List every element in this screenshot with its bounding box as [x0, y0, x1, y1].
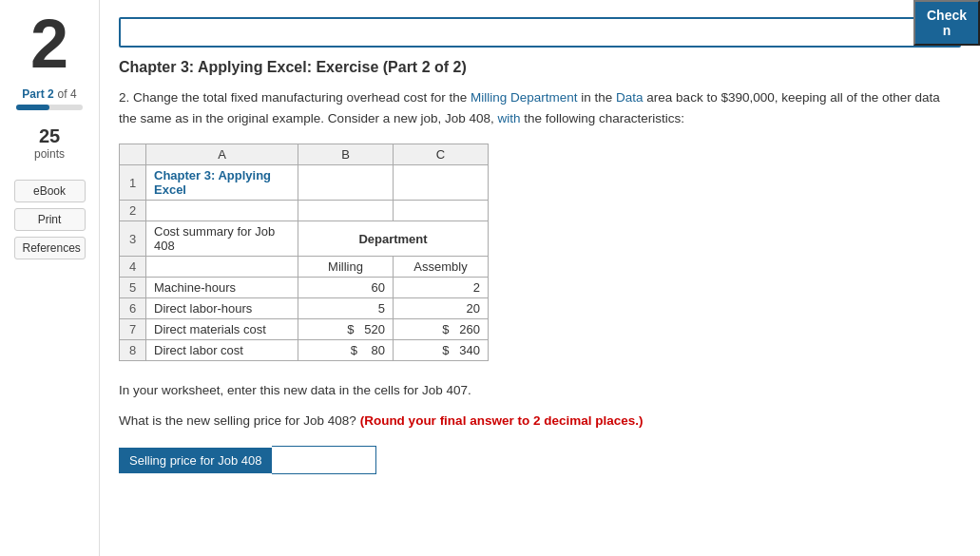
table-row: 3 Cost summary for Job 408 Department	[120, 221, 489, 257]
sidebar: 2 Part 2 of 4 25 points eBook Print Refe…	[0, 0, 100, 556]
question-number: 2	[30, 10, 68, 78]
points-label: points	[34, 147, 65, 161]
question-text: What is the new selling price for Job 40…	[119, 411, 961, 431]
row-num-6: 6	[120, 298, 146, 319]
references-button[interactable]: References	[14, 237, 86, 259]
excel-table: A B C 1 Chapter 3: Applying Excel 2	[119, 144, 489, 361]
cell-4-a	[146, 257, 298, 278]
col-header-empty	[120, 144, 146, 165]
round-instruction: (Round your final answer to 2 decimal pl…	[360, 413, 644, 428]
cell-2-c	[394, 201, 489, 221]
worksheet-note: In your worksheet, enter this new data i…	[119, 380, 961, 401]
row-num-3: 3	[120, 221, 146, 257]
answer-label: Selling price for Job 408	[119, 448, 272, 473]
cell-3-b-dept: Department	[298, 221, 489, 257]
highlight-data: Data	[616, 90, 644, 105]
cell-4-c: Assembly	[394, 257, 489, 278]
row-num-1: 1	[120, 165, 146, 201]
cell-4-b: Milling	[298, 257, 394, 278]
chapter-title: Chapter 3: Applying Excel: Exercise (Par…	[119, 59, 961, 76]
ebook-button[interactable]: eBook	[14, 180, 86, 202]
table-row: 5 Machine-hours 60 2	[120, 278, 489, 298]
progress-bar	[16, 105, 83, 110]
cell-6-a: Direct labor-hours	[146, 298, 298, 319]
top-input[interactable]	[119, 17, 961, 48]
selling-price-input[interactable]	[272, 446, 376, 474]
col-header-c: C	[394, 144, 489, 165]
cell-1-a: Chapter 3: Applying Excel	[146, 165, 298, 201]
cell-1-c	[394, 165, 489, 201]
cell-3-a: Cost summary for Job 408	[146, 221, 298, 257]
table-row: 7 Direct materials cost $ 520 $ 260	[120, 319, 489, 340]
highlight-milling: Milling Department	[471, 90, 578, 105]
table-row: 1 Chapter 3: Applying Excel	[120, 165, 489, 201]
highlight-with: with	[497, 111, 520, 125]
part-label: Part 2 of 4	[22, 86, 76, 101]
points-number: 25	[39, 125, 60, 147]
row-num-2: 2	[120, 201, 146, 221]
table-row: 2	[120, 201, 489, 221]
row-num-4: 4	[120, 257, 146, 278]
cell-7-a: Direct materials cost	[146, 319, 298, 340]
cell-7-b: $ 520	[298, 319, 394, 340]
answer-row: Selling price for Job 408	[119, 446, 961, 474]
cell-2-b	[298, 201, 394, 221]
main-content: Check n Chapter 3: Applying Excel: Exerc…	[100, 0, 980, 556]
check-button[interactable]: Check n	[913, 0, 980, 46]
table-row: 8 Direct labor cost $ 80 $ 340	[120, 340, 489, 361]
cell-1-b	[298, 165, 394, 201]
cell-8-b: $ 80	[298, 340, 394, 361]
col-header-a: A	[146, 144, 298, 165]
col-header-b: B	[298, 144, 394, 165]
instruction-text: 2. Change the total fixed manufacturing …	[119, 87, 961, 128]
cell-2-a	[146, 201, 298, 221]
table-row: 4 Milling Assembly	[120, 257, 489, 278]
cell-8-c: $ 340	[394, 340, 489, 361]
cell-5-c: 2	[394, 278, 489, 298]
cell-6-c: 20	[394, 298, 489, 319]
cell-5-b: 60	[298, 278, 394, 298]
row-num-7: 7	[120, 319, 146, 340]
row-num-5: 5	[120, 278, 146, 298]
progress-bar-fill	[16, 105, 49, 110]
cell-8-a: Direct labor cost	[146, 340, 298, 361]
cell-6-b: 5	[298, 298, 394, 319]
row-num-8: 8	[120, 340, 146, 361]
print-button[interactable]: Print	[14, 208, 86, 231]
cell-5-a: Machine-hours	[146, 278, 298, 298]
table-row: 6 Direct labor-hours 5 20	[120, 298, 489, 319]
cell-7-c: $ 260	[394, 319, 489, 340]
